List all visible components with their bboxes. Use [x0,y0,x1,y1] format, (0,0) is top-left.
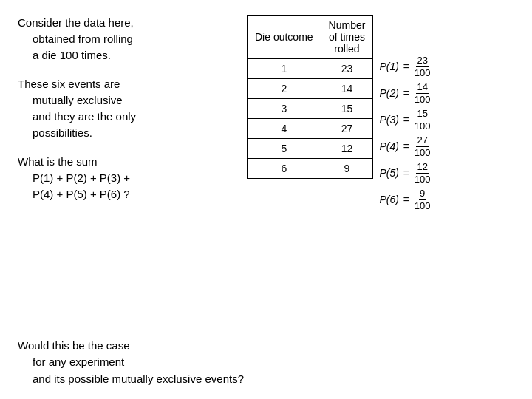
times-cell: 12 [321,139,373,159]
intro-line3: a die 100 times. [18,47,232,64]
sum-text: What is the sum P(1) + P(2) + P(3) + P(4… [18,154,232,202]
prob-row: P(4) = 27 100 [379,133,431,160]
prob-fraction-3: 15 100 [414,108,432,132]
prob-row: P(2) = 14 100 [379,80,431,106]
times-cell: 14 [321,79,373,99]
col-die-header: Die outcome [248,16,321,59]
col-times-header: Number of times rolled [321,16,373,59]
times-cell: 9 [321,159,373,179]
times-cell: 15 [321,99,373,119]
prob-expr-6: P(6) = 9 100 [379,188,431,211]
bottom-line1: Would this be the case [18,339,129,352]
excl-line3: and they are the only [18,109,232,125]
prob-expr-2: P(2) = 14 100 [379,81,431,105]
intro-line1: Consider the data here, [18,16,134,29]
table-row: 4 27 [248,119,373,139]
prob-fraction-6: 9 100 [414,188,432,211]
times-cell: 27 [321,119,373,139]
left-column: Consider the data here, obtained from ro… [18,15,232,329]
table-row: 3 15 [248,99,373,119]
table-row: 1 23 [248,59,373,79]
table-row: 5 12 [248,139,373,159]
bottom-line2: for any experiment [18,355,124,368]
right-column: Die outcome Number of times rolled 1 23 … [247,15,514,329]
outcome-cell: 3 [248,99,321,119]
prob-fraction-1: 23 100 [414,55,432,78]
intro-line2: obtained from rolling [18,31,232,47]
probability-column: P(1) = 23 100 P(2) = 14 100 P(3) = 15 [379,15,431,329]
times-cell: 23 [321,59,373,79]
prob-expr-1: P(1) = 23 100 [379,55,431,78]
prob-expressions: P(1) = 23 100 P(2) = 14 100 P(3) = 15 [379,53,431,213]
excl-line4: possibilities. [18,125,232,141]
prob-fraction-4: 27 100 [414,134,432,158]
bottom-text: Would this be the case for any experimen… [18,338,514,388]
prob-row: P(5) = 12 100 [379,160,431,186]
prob-header-spacer [379,15,431,53]
sum-line2: P(1) + P(2) + P(3) + [18,170,232,186]
table-row: 6 9 [248,159,373,179]
outcome-cell: 1 [248,59,321,79]
intro-text: Consider the data here, obtained from ro… [18,15,232,63]
excl-line1: These six events are [18,78,120,90]
data-table: Die outcome Number of times rolled 1 23 … [247,15,373,179]
excl-line2: mutually exclusive [18,92,232,109]
outcome-cell: 6 [248,159,321,179]
prob-expr-4: P(4) = 27 100 [379,134,431,158]
bottom-line3: and its possible mutually exclusive even… [18,372,244,385]
exclusive-text: These six events are mutually exclusive … [18,76,232,140]
prob-row: P(3) = 15 100 [379,106,431,133]
prob-fraction-2: 14 100 [414,81,432,105]
prob-expr-3: P(3) = 15 100 [379,108,431,132]
table-row: 2 14 [248,79,373,99]
main-container: Consider the data here, obtained from ro… [0,0,532,399]
prob-row: P(6) = 9 100 [379,186,431,213]
prob-row: P(1) = 23 100 [379,53,431,80]
outcome-cell: 5 [248,139,321,159]
outcome-cell: 4 [248,119,321,139]
prob-expr-5: P(5) = 12 100 [379,161,431,185]
top-section: Consider the data here, obtained from ro… [18,15,514,329]
outcome-cell: 2 [248,79,321,99]
prob-fraction-5: 12 100 [414,161,432,185]
sum-line3: P(4) + P(5) + P(6) ? [18,186,232,202]
sum-line1: What is the sum [18,155,98,168]
